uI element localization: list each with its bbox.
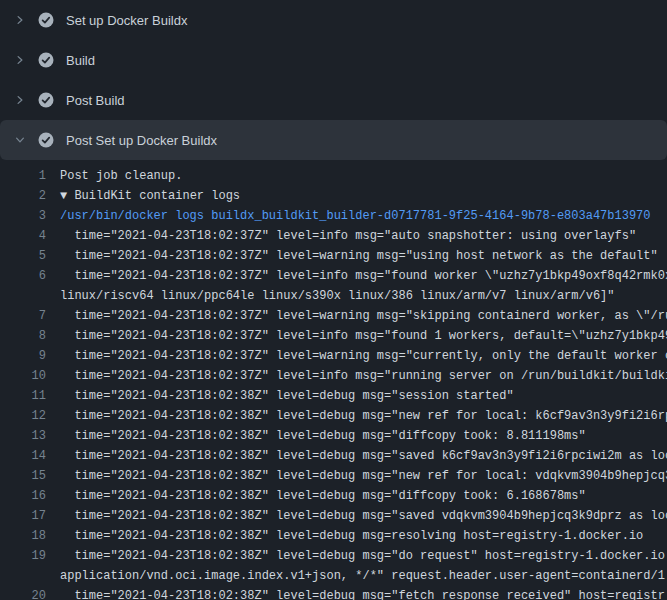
log-text: time="2021-04-23T18:02:37Z" level=warnin… — [60, 246, 658, 266]
log-line: 10 time="2021-04-23T18:02:37Z" level=inf… — [12, 366, 667, 386]
log-text: time="2021-04-23T18:02:38Z" level=debug … — [60, 486, 586, 506]
log-text: time="2021-04-23T18:02:37Z" level=info m… — [60, 266, 667, 286]
log-line-number[interactable]: 14 — [12, 446, 46, 466]
log-line-number[interactable]: 7 — [12, 306, 46, 326]
log-line-number[interactable]: 4 — [12, 226, 46, 246]
log-line-number[interactable]: 20 — [12, 586, 46, 600]
group-toggle-icon[interactable]: ▼ — [60, 189, 74, 203]
log-text: time="2021-04-23T18:02:37Z" level=info m… — [60, 326, 667, 346]
chevron-right-icon[interactable] — [12, 52, 28, 68]
log-line: 9 time="2021-04-23T18:02:37Z" level=warn… — [12, 346, 667, 366]
log-text: time="2021-04-23T18:02:38Z" level=debug … — [60, 526, 643, 546]
check-circle-icon — [38, 132, 54, 148]
log-line-number[interactable]: 19 — [12, 546, 46, 566]
log-line-number[interactable]: 6 — [12, 266, 46, 286]
check-circle-icon — [38, 52, 54, 68]
log-line: 17 time="2021-04-23T18:02:38Z" level=deb… — [12, 506, 667, 526]
log-line-number[interactable]: 17 — [12, 506, 46, 526]
log-line-number[interactable]: 18 — [12, 526, 46, 546]
log-line-number — [12, 286, 46, 306]
log-text: time="2021-04-23T18:02:38Z" level=debug … — [60, 506, 667, 526]
log-line: 20 time="2021-04-23T18:02:38Z" level=deb… — [12, 586, 667, 600]
log-line-number[interactable]: 3 — [12, 206, 46, 226]
chevron-down-icon[interactable] — [12, 132, 28, 148]
log-text: time="2021-04-23T18:02:38Z" level=debug … — [60, 546, 667, 566]
log-line-number[interactable]: 8 — [12, 326, 46, 346]
check-circle-icon — [38, 12, 54, 28]
log-line-number[interactable]: 5 — [12, 246, 46, 266]
log-text: time="2021-04-23T18:02:37Z" level=info m… — [60, 366, 667, 386]
log-line-number — [12, 566, 46, 586]
log-text: time="2021-04-23T18:02:38Z" level=debug … — [60, 446, 667, 466]
log-line: 11 time="2021-04-23T18:02:38Z" level=deb… — [12, 386, 667, 406]
step-row-set-up-docker-buildx[interactable]: Set up Docker Buildx — [0, 0, 667, 40]
log-text: linux/riscv64 linux/ppc64le linux/s390x … — [60, 286, 615, 306]
log-line: 6 time="2021-04-23T18:02:37Z" level=info… — [12, 266, 667, 286]
log-text: time="2021-04-23T18:02:37Z" level=warnin… — [60, 346, 667, 366]
log-line-number[interactable]: 12 — [12, 406, 46, 426]
log-line: application/vnd.oci.image.index.v1+json,… — [12, 566, 667, 586]
log-text: Post job cleanup. — [60, 166, 182, 186]
log-line-number[interactable]: 15 — [12, 466, 46, 486]
step-row-build[interactable]: Build — [0, 40, 667, 80]
log-text: time="2021-04-23T18:02:37Z" level=info m… — [60, 226, 636, 246]
log-line: 1Post job cleanup. — [12, 166, 667, 186]
step-row-post-build[interactable]: Post Build — [0, 80, 667, 120]
log-line: 3/usr/bin/docker logs buildx_buildkit_bu… — [12, 206, 667, 226]
step-label: Post Build — [66, 93, 125, 108]
step-row-post-set-up-docker-buildx[interactable]: Post Set up Docker Buildx — [0, 120, 667, 160]
log-text: application/vnd.oci.image.index.v1+json,… — [60, 566, 667, 586]
check-circle-icon — [38, 92, 54, 108]
log-line: 7 time="2021-04-23T18:02:37Z" level=warn… — [12, 306, 667, 326]
log-text: time="2021-04-23T18:02:37Z" level=warnin… — [60, 306, 667, 326]
log-line: 2▼ BuildKit container logs — [12, 186, 667, 206]
actions-log-viewer: Set up Docker BuildxBuildPost BuildPost … — [0, 0, 667, 600]
log-text: time="2021-04-23T18:02:38Z" level=debug … — [60, 406, 667, 426]
log-container: 1Post job cleanup.2▼ BuildKit container … — [0, 160, 667, 600]
chevron-right-icon[interactable] — [12, 12, 28, 28]
log-text: time="2021-04-23T18:02:38Z" level=debug … — [60, 386, 514, 406]
log-line-number[interactable]: 9 — [12, 346, 46, 366]
log-line: linux/riscv64 linux/ppc64le linux/s390x … — [12, 286, 667, 306]
log-line-number[interactable]: 16 — [12, 486, 46, 506]
group-label: BuildKit container logs — [74, 189, 240, 203]
log-line: 14 time="2021-04-23T18:02:38Z" level=deb… — [12, 446, 667, 466]
step-label: Set up Docker Buildx — [66, 13, 187, 28]
log-line-number[interactable]: 13 — [12, 426, 46, 446]
chevron-right-icon[interactable] — [12, 92, 28, 108]
log-line: 12 time="2021-04-23T18:02:38Z" level=deb… — [12, 406, 667, 426]
log-line: 13 time="2021-04-23T18:02:38Z" level=deb… — [12, 426, 667, 446]
log-line-number[interactable]: 1 — [12, 166, 46, 186]
log-line: 16 time="2021-04-23T18:02:38Z" level=deb… — [12, 486, 667, 506]
log-command-text: /usr/bin/docker logs buildx_buildkit_bui… — [60, 206, 651, 226]
step-label: Build — [66, 53, 95, 68]
log-line: 4 time="2021-04-23T18:02:37Z" level=info… — [12, 226, 667, 246]
log-text: time="2021-04-23T18:02:38Z" level=debug … — [60, 426, 586, 446]
log-line: 19 time="2021-04-23T18:02:38Z" level=deb… — [12, 546, 667, 566]
log-text: time="2021-04-23T18:02:38Z" level=debug … — [60, 466, 667, 486]
log-line-number[interactable]: 11 — [12, 386, 46, 406]
step-label: Post Set up Docker Buildx — [66, 133, 217, 148]
log-group-line: ▼ BuildKit container logs — [60, 186, 240, 206]
log-line-number[interactable]: 10 — [12, 366, 46, 386]
steps-list: Set up Docker BuildxBuildPost BuildPost … — [0, 0, 667, 160]
log-line: 18 time="2021-04-23T18:02:38Z" level=deb… — [12, 526, 667, 546]
log-line: 8 time="2021-04-23T18:02:37Z" level=info… — [12, 326, 667, 346]
log-line: 15 time="2021-04-23T18:02:38Z" level=deb… — [12, 466, 667, 486]
log-text: time="2021-04-23T18:02:38Z" level=debug … — [60, 586, 665, 600]
log-line-number[interactable]: 2 — [12, 186, 46, 206]
log-line: 5 time="2021-04-23T18:02:37Z" level=warn… — [12, 246, 667, 266]
